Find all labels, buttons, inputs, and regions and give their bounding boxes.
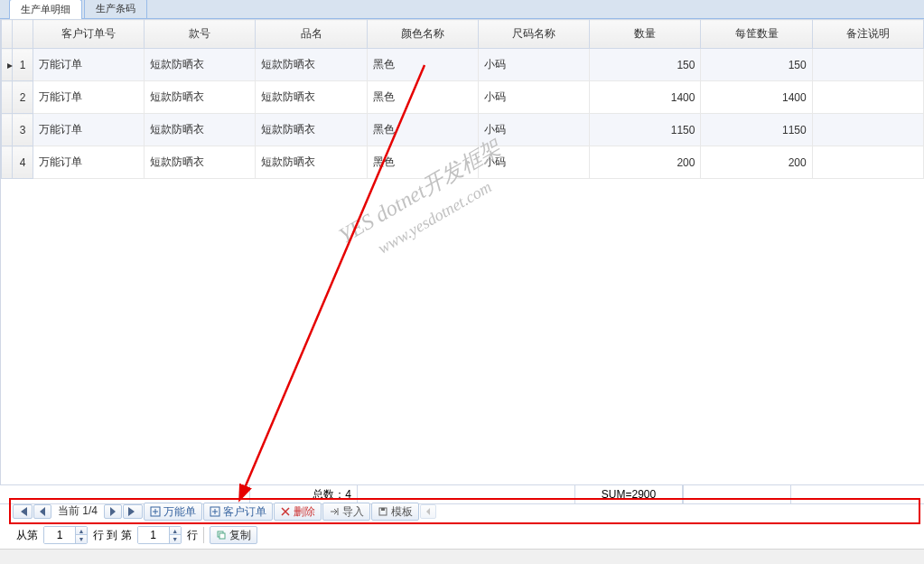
corner-cell — [2, 20, 13, 49]
tab-detail[interactable]: 生产单明细 — [9, 0, 82, 19]
cell-size[interactable]: 小码 — [478, 114, 589, 146]
from-input[interactable] — [44, 527, 75, 543]
cell-qty[interactable]: 150 — [590, 49, 701, 81]
cell-name[interactable]: 短款防晒衣 — [256, 146, 367, 179]
import-label: 导入 — [342, 505, 364, 518]
cell-name[interactable]: 短款防晒衣 — [256, 114, 367, 146]
cell-size[interactable]: 小码 — [478, 146, 589, 179]
horizontal-scrollbar[interactable] — [0, 549, 924, 564]
from-label: 从第 — [16, 528, 38, 543]
col-size[interactable]: 尺码名称 — [478, 20, 589, 49]
cell-qty[interactable]: 1400 — [590, 81, 701, 114]
import-icon — [329, 506, 340, 517]
cell-note[interactable] — [812, 146, 923, 179]
cell-size[interactable]: 小码 — [478, 49, 589, 81]
cell-per[interactable]: 1400 — [701, 81, 812, 114]
copy-icon — [216, 530, 227, 540]
table-row[interactable]: 3万能订单短款防晒衣短款防晒衣黑色小码11501150 — [2, 114, 924, 146]
cell-qty[interactable]: 1150 — [590, 114, 701, 146]
row-indicator — [2, 114, 13, 146]
table-row[interactable]: 4万能订单短款防晒衣短款防晒衣黑色小码200200 — [2, 146, 924, 179]
plus-icon — [210, 506, 220, 517]
cell-style[interactable]: 短款防晒衣 — [145, 146, 256, 179]
delete-label: 删除 — [294, 505, 315, 518]
to-spinner[interactable]: ▲▼ — [137, 526, 182, 544]
row-number: 1 — [13, 49, 33, 81]
row-number: 3 — [13, 114, 33, 146]
tabs-bar: 生产单明细 生产条码 — [0, 0, 924, 19]
cell-color[interactable]: 黑色 — [367, 81, 478, 114]
cell-per[interactable]: 150 — [701, 49, 812, 81]
cell-order[interactable]: 万能订单 — [33, 146, 144, 179]
copy-button[interactable]: 复制 — [210, 526, 257, 544]
table-row[interactable]: 2万能订单短款防晒衣短款防晒衣黑色小码14001400 — [2, 81, 924, 114]
col-color[interactable]: 颜色名称 — [367, 20, 478, 49]
prev-page-button[interactable] — [33, 504, 51, 519]
data-grid: 客户订单号 款号 品名 颜色名称 尺码名称 数量 每筐数量 备注说明 ▸1万能订… — [1, 19, 924, 179]
cell-name[interactable]: 短款防晒衣 — [256, 81, 367, 114]
cell-per[interactable]: 1150 — [701, 114, 812, 146]
rownum-header — [13, 20, 33, 49]
col-per[interactable]: 每筐数量 — [701, 20, 812, 49]
copy-row: 从第 ▲▼ 行 到 第 ▲▼ 行 复制 — [14, 524, 920, 546]
table-row[interactable]: ▸1万能订单短款防晒衣短款防晒衣黑色小码150150 — [2, 49, 924, 81]
kehu-label: 客户订单 — [223, 505, 266, 518]
cell-note[interactable] — [812, 114, 923, 146]
row-indicator — [2, 146, 13, 179]
cell-order[interactable]: 万能订单 — [33, 81, 144, 114]
cell-name[interactable]: 短款防晒衣 — [256, 49, 367, 81]
row-number: 4 — [13, 146, 33, 179]
cell-qty[interactable]: 200 — [590, 146, 701, 179]
svg-rect-5 — [381, 508, 385, 511]
to-input[interactable] — [138, 527, 169, 543]
save-icon — [378, 506, 388, 517]
last-page-button[interactable] — [123, 504, 143, 519]
cell-per[interactable]: 200 — [701, 146, 812, 179]
header-row: 客户订单号 款号 品名 颜色名称 尺码名称 数量 每筐数量 备注说明 — [2, 20, 924, 49]
kehu-button[interactable]: 客户订单 — [203, 503, 273, 521]
cell-order[interactable]: 万能订单 — [33, 114, 144, 146]
cell-note[interactable] — [812, 49, 923, 81]
scroll-left-button[interactable] — [420, 504, 436, 519]
cell-style[interactable]: 短款防晒衣 — [145, 114, 256, 146]
import-button[interactable]: 导入 — [322, 503, 370, 521]
pager-label: 当前 1/4 — [52, 502, 103, 521]
x-icon — [280, 506, 291, 517]
row-number: 2 — [13, 81, 33, 114]
cell-style[interactable]: 短款防晒衣 — [145, 81, 256, 114]
wanneng-label: 万能单 — [163, 505, 196, 518]
row-indicator: ▸ — [2, 49, 13, 81]
col-style[interactable]: 款号 — [145, 20, 256, 49]
toolbar-highlight: 当前 1/4 万能单 客户订单 删除 导入 模板 — [9, 498, 920, 524]
cell-note[interactable] — [812, 81, 923, 114]
plus-icon — [150, 506, 161, 517]
svg-rect-7 — [219, 533, 225, 539]
cell-color[interactable]: 黑色 — [367, 114, 478, 146]
row-indicator — [2, 81, 13, 114]
grid-container: 客户订单号 款号 品名 颜色名称 尺码名称 数量 每筐数量 备注说明 ▸1万能订… — [0, 19, 924, 484]
wanneng-button[interactable]: 万能单 — [144, 503, 202, 521]
cell-size[interactable]: 小码 — [478, 81, 589, 114]
template-button[interactable]: 模板 — [371, 503, 419, 521]
col-qty[interactable]: 数量 — [590, 20, 701, 49]
from-up[interactable]: ▲ — [76, 527, 87, 535]
to-up[interactable]: ▲ — [170, 527, 181, 535]
col-order[interactable]: 客户订单号 — [33, 20, 144, 49]
tab-barcode[interactable]: 生产条码 — [84, 0, 147, 18]
cell-color[interactable]: 黑色 — [367, 49, 478, 81]
template-label: 模板 — [391, 505, 413, 518]
row-label: 行 — [187, 528, 198, 543]
copy-label: 复制 — [229, 529, 251, 541]
col-name[interactable]: 品名 — [256, 20, 367, 49]
from-down[interactable]: ▼ — [76, 535, 87, 543]
cell-order[interactable]: 万能订单 — [33, 49, 144, 81]
cell-color[interactable]: 黑色 — [367, 146, 478, 179]
to-label: 行 到 第 — [93, 528, 132, 543]
from-spinner[interactable]: ▲▼ — [43, 526, 88, 544]
delete-button[interactable]: 删除 — [274, 503, 322, 521]
to-down[interactable]: ▼ — [170, 535, 181, 543]
col-note[interactable]: 备注说明 — [812, 20, 923, 49]
cell-style[interactable]: 短款防晒衣 — [145, 49, 256, 81]
first-page-button[interactable] — [13, 504, 33, 519]
next-page-button[interactable] — [104, 504, 122, 519]
